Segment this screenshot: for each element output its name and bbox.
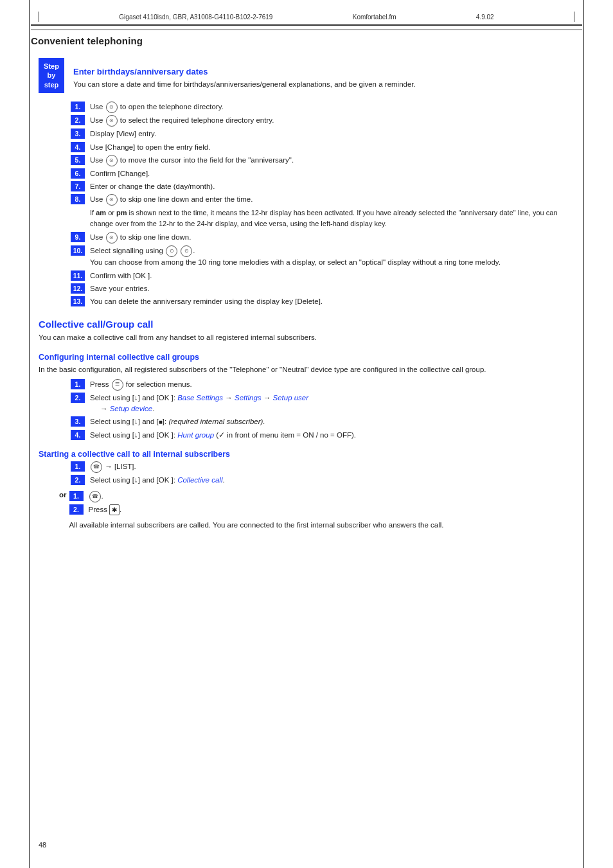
start-step-a1: 1. ☎ → [LIST]. bbox=[39, 461, 574, 473]
step-num-13: 13. bbox=[71, 296, 85, 306]
step-num-8: 8. bbox=[71, 194, 85, 204]
page-title: Convenient telephoning bbox=[31, 35, 582, 46]
step-text-13: You can delete the anniversary reminder … bbox=[90, 296, 323, 307]
step-num-1: 1. bbox=[71, 102, 85, 112]
nav-icon-8: ⊙ bbox=[106, 194, 118, 206]
header-vline-left bbox=[39, 12, 39, 22]
step-row-11: 11. Confirm with [OK ]. bbox=[39, 270, 574, 281]
config-step-4: 4. Select using [↓] and [OK ]: Hunt grou… bbox=[39, 430, 574, 441]
step-text-5: Use ⊙ to move the cursor into the field … bbox=[90, 155, 294, 166]
step-num-6: 6. bbox=[71, 168, 85, 179]
step-text-10: Select signalling using ⊙ ⊙.You can choo… bbox=[90, 245, 501, 268]
nav-icon-10a: ⊙ bbox=[166, 245, 177, 257]
step-text-2: Use ⊙ to select the required telephone d… bbox=[90, 115, 274, 127]
nav-icon-9: ⊙ bbox=[106, 232, 118, 244]
handset-icon-b1: ☎ bbox=[89, 491, 101, 502]
page-title-bar: Convenient telephoning bbox=[31, 24, 582, 51]
configuring-intro: In the basic configuration, all register… bbox=[39, 364, 574, 375]
step-text-12: Save your entries. bbox=[90, 283, 150, 294]
step-row-5: 5. Use ⊙ to move the cursor into the fie… bbox=[39, 155, 574, 166]
start-step-text-a1: ☎ → [LIST]. bbox=[90, 461, 136, 473]
config-step-3: 3. Select using [↓] and [■]: (required i… bbox=[39, 416, 574, 427]
or-row: or 1. ☎. 2. Press ✱. All available inter… bbox=[39, 491, 574, 531]
step-num-3: 3. bbox=[71, 128, 85, 139]
or-step-num-b1: 1. bbox=[69, 491, 84, 501]
nav-icon-1: ⊙ bbox=[106, 102, 118, 113]
config-step-num-3: 3. bbox=[71, 416, 85, 427]
start-step-num-a2: 2. bbox=[71, 475, 85, 485]
step-num-5: 5. bbox=[71, 155, 85, 165]
step-row-7: 7. Enter or change the date (day/month). bbox=[39, 181, 574, 192]
handset-icon-1: ☎ bbox=[91, 461, 102, 473]
step-num-10: 10. bbox=[71, 245, 85, 256]
menu-icon-1: ☰ bbox=[112, 379, 123, 391]
step-row-4: 4. Use [Change] to open the entry field. bbox=[39, 142, 574, 153]
header-meta: Gigaset 4110isdn, GBR, A31008-G4110-B102… bbox=[0, 0, 613, 24]
note-am-pm: If am or pm is shown next to the time, i… bbox=[39, 208, 574, 229]
step-by-step-box: Stepbystep bbox=[39, 58, 64, 93]
step-num-2: 2. bbox=[71, 115, 85, 125]
step-row-2: 2. Use ⊙ to select the required telephon… bbox=[39, 115, 574, 127]
step-text-1: Use ⊙ to open the telephone directory. bbox=[90, 102, 224, 113]
or-note: All available internal subscribers are c… bbox=[69, 520, 444, 531]
config-step-2: 2. Select using [↓] and [OK ]: Base Sett… bbox=[39, 393, 574, 415]
step-text-3: Display [View] entry. bbox=[90, 128, 156, 139]
step-num-12: 12. bbox=[71, 283, 85, 294]
or-steps: 1. ☎. 2. Press ✱. All available internal… bbox=[69, 491, 444, 531]
or-step-b1-container: 1. ☎. bbox=[69, 491, 444, 502]
config-step-text-2: Select using [↓] and [OK ]: Base Setting… bbox=[90, 393, 308, 415]
step-row-12: 12. Save your entries. bbox=[39, 283, 574, 294]
collective-call-section: Collective call/Group call You can make … bbox=[39, 319, 574, 343]
collective-call-heading: Collective call/Group call bbox=[39, 319, 574, 330]
or-step-text-b1: ☎. bbox=[89, 491, 103, 502]
start-step-num-a1: 1. bbox=[71, 461, 85, 472]
start-step-a2: 2. Select using [↓] and [OK ]: Collectiv… bbox=[39, 475, 574, 486]
or-label: or bbox=[39, 491, 67, 499]
step-num-4: 4. bbox=[71, 142, 85, 152]
left-margin-line bbox=[29, 0, 30, 868]
step-text-9: Use ⊙ to skip one line down. bbox=[90, 232, 191, 244]
or-step-text-b2: Press ✱. bbox=[89, 504, 122, 515]
configuring-section: Configuring internal collective call gro… bbox=[39, 353, 574, 441]
step-row-8: 8. Use ⊙ to skip one line down and enter… bbox=[39, 194, 574, 206]
collective-call-intro: You can make a collective call from any … bbox=[39, 332, 574, 343]
configuring-heading: Configuring internal collective call gro… bbox=[39, 353, 574, 362]
main-content: Stepbystep Enter birthdays/anniversary d… bbox=[0, 51, 613, 553]
page-number: 48 bbox=[39, 841, 46, 849]
header-vline-right bbox=[574, 12, 574, 22]
nav-icon-5: ⊙ bbox=[106, 155, 118, 166]
step-row-10: 10. Select signalling using ⊙ ⊙.You can … bbox=[39, 245, 574, 268]
or-step-num-b2: 2. bbox=[69, 504, 84, 515]
config-step-num-4: 4. bbox=[71, 430, 85, 440]
step-row-6: 6. Confirm [Change]. bbox=[39, 168, 574, 179]
header-product: Gigaset 4110isdn, GBR, A31008-G4110-B102… bbox=[119, 13, 272, 21]
step-row-13: 13. You can delete the anniversary remin… bbox=[39, 296, 574, 307]
step-row-1: 1. Use ⊙ to open the telephone directory… bbox=[39, 102, 574, 113]
enter-birthdays-intro: You can store a date and time for birthd… bbox=[73, 79, 574, 90]
nav-icon-10b: ⊙ bbox=[181, 245, 192, 257]
enter-birthdays-heading: Enter birthdays/anniversary dates bbox=[73, 67, 574, 76]
step-num-7: 7. bbox=[71, 181, 85, 191]
step-text-6: Confirm [Change]. bbox=[90, 168, 150, 179]
config-step-1: 1. Press ☰ for selection menus. bbox=[39, 379, 574, 391]
config-step-num-2: 2. bbox=[71, 393, 85, 403]
step-text-7: Enter or change the date (day/month). bbox=[90, 181, 215, 192]
star-key: ✱ bbox=[109, 504, 120, 515]
starting-heading: Starting a collective call to all intern… bbox=[39, 450, 574, 459]
header-date: 4.9.02 bbox=[476, 13, 494, 21]
nav-icon-2: ⊙ bbox=[106, 115, 118, 127]
step-num-11: 11. bbox=[71, 270, 85, 281]
step-row-3: 3. Display [View] entry. bbox=[39, 128, 574, 139]
step-row-9: 9. Use ⊙ to skip one line down. bbox=[39, 232, 574, 244]
starting-section: Starting a collective call to all intern… bbox=[39, 450, 574, 531]
start-step-text-a2: Select using [↓] and [OK ]: Collective c… bbox=[90, 475, 225, 486]
or-step-b2-container: 2. Press ✱. bbox=[69, 504, 444, 515]
page-container: Gigaset 4110isdn, GBR, A31008-G4110-B102… bbox=[0, 0, 613, 868]
step-text-8: Use ⊙ to skip one line down and enter th… bbox=[90, 194, 253, 206]
config-step-text-4: Select using [↓] and [OK ]: Hunt group (… bbox=[90, 430, 356, 441]
enter-birthdays-section: Stepbystep Enter birthdays/anniversary d… bbox=[39, 58, 574, 95]
config-step-text-1: Press ☰ for selection menus. bbox=[90, 379, 192, 391]
config-step-num-1: 1. bbox=[71, 379, 85, 389]
config-step-text-3: Select using [↓] and [■]: (required inte… bbox=[90, 416, 265, 427]
step-text-11: Confirm with [OK ]. bbox=[90, 270, 152, 281]
